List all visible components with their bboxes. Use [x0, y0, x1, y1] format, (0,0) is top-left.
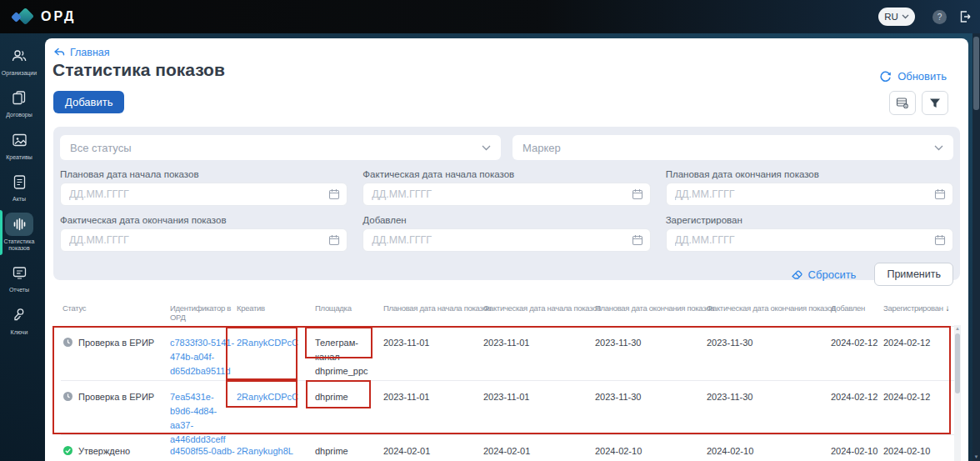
scroll-up-icon[interactable]: ▲: [954, 326, 961, 331]
statistics-table: Статус Идентификатор в ОРД Креатив Площа…: [61, 292, 955, 461]
marker-select[interactable]: Маркер: [512, 135, 953, 160]
table-row: Проверка в ЕРИР 7ea5431e-b9d6-4d84-aa37-…: [61, 380, 955, 434]
date-field-planned-end: Плановая дата окончания показов: [666, 169, 953, 206]
sidebar-item-reports[interactable]: Отчеты: [0, 257, 38, 298]
date-field-added: Добавлен: [362, 215, 650, 252]
chevron-down-icon: [934, 145, 943, 151]
registered-value: 2024-02-12: [883, 390, 955, 404]
column-header-planned-start[interactable]: Плановая дата начала показов: [383, 303, 482, 313]
refresh-label: Обновить: [898, 70, 947, 83]
report-icon: [12, 265, 28, 280]
column-settings-button[interactable]: [889, 91, 916, 115]
clock-pending-icon: [62, 391, 73, 402]
column-header-creative[interactable]: Креатив: [237, 303, 312, 313]
calendar-icon[interactable]: [632, 188, 643, 200]
column-header-actual-end[interactable]: Фактическая дата окончания показов: [707, 303, 829, 313]
creative-link[interactable]: 2Ranykugh8L: [237, 444, 293, 458]
key-icon: [12, 307, 27, 323]
logout-icon[interactable]: [958, 9, 972, 24]
date-field-actual-end: Фактическая дата окончания показов: [60, 215, 348, 252]
marker-select-value: Маркер: [522, 142, 561, 154]
status-select-value: Все статусы: [70, 142, 132, 154]
clock-pending-icon: [62, 337, 73, 348]
calendar-icon[interactable]: [934, 188, 946, 200]
sidebar-item-label: Статистика показов: [0, 238, 38, 253]
calendar-icon[interactable]: [328, 234, 340, 246]
sidebar-item-label: Договоры: [0, 112, 38, 118]
reset-button[interactable]: Сбросить: [791, 268, 857, 281]
sidebar: Организации Договоры Креативы Акты Стати…: [0, 33, 38, 461]
page-scrollbar-thumb[interactable]: [973, 37, 979, 110]
ord-id-link[interactable]: c7833f30-5141-474b-a04f-d65d2ba9511d: [170, 336, 235, 378]
pages-icon: [12, 90, 27, 106]
table-row: Проверка в ЕРИР c7833f30-5141-474b-a04f-…: [61, 326, 955, 380]
filter-button[interactable]: [922, 91, 948, 115]
equalizer-icon: [12, 217, 28, 232]
people-icon: [11, 48, 28, 63]
sidebar-item-contracts[interactable]: Договоры: [0, 82, 38, 123]
planned-start-value: 2023-11-01: [383, 390, 482, 404]
refresh-button[interactable]: Обновить: [879, 70, 947, 83]
column-header-registered[interactable]: Зарегистрирован↓: [883, 303, 955, 313]
creative-link[interactable]: 2RanykCDPcC: [237, 336, 298, 350]
sort-descending-icon: ↓: [946, 303, 950, 313]
date-field-planned-start: Плановая дата начала показов: [60, 169, 348, 206]
actual-start-input[interactable]: [362, 183, 650, 206]
status-select[interactable]: Все статусы: [60, 135, 501, 160]
refresh-icon: [879, 70, 892, 83]
column-header-status[interactable]: Статус: [62, 303, 168, 313]
date-field-label: Плановая дата начала показов: [60, 169, 348, 179]
sidebar-item-creatives[interactable]: Креативы: [0, 124, 38, 166]
chevron-down-icon: [902, 14, 909, 19]
planned-end-value: 2023-11-30: [595, 336, 705, 350]
sidebar-item-label: Акты: [0, 196, 38, 203]
page-title: Статистика показов: [52, 60, 225, 80]
creative-link[interactable]: 2RanykCDPcC: [237, 390, 298, 404]
registered-input[interactable]: [666, 228, 953, 252]
table-scrollbar-thumb[interactable]: [955, 333, 960, 393]
language-selector[interactable]: RU: [878, 8, 915, 26]
document-icon: [12, 174, 27, 190]
table-settings-icon: [896, 97, 909, 109]
column-header-planned-end[interactable]: Плановая дата окончания показов: [595, 303, 705, 313]
status-label: Проверка в ЕРИР: [78, 336, 154, 350]
add-button[interactable]: Добавить: [53, 91, 124, 113]
ord-logo-icon: [12, 6, 33, 28]
topbar: ОРД RU ?: [0, 0, 980, 33]
planned-end-input[interactable]: [666, 183, 953, 206]
column-header-actual-start[interactable]: Фактическая дата начала показов: [483, 303, 593, 313]
planned-start-input[interactable]: [60, 183, 348, 206]
registered-value: 2024-02-12: [883, 336, 955, 350]
column-header-ord-id[interactable]: Идентификатор в ОРД: [170, 303, 241, 322]
calendar-icon[interactable]: [632, 234, 643, 246]
planned-start-value: 2024-02-01: [383, 444, 482, 458]
added-input[interactable]: [362, 228, 650, 252]
platform-value: Телеграм-канал dhprime_ppc: [315, 336, 382, 378]
sidebar-item-label: Креативы: [0, 154, 38, 161]
back-arrow-icon: [53, 48, 65, 58]
date-field-label: Фактическая дата окончания показов: [60, 215, 348, 225]
table-header: Статус Идентификатор в ОРД Креатив Площа…: [61, 292, 955, 326]
platform-value: dhprime: [315, 444, 382, 458]
table-row: Утверждено d4508f55-0adb-4dc8-90b7 2Rany…: [61, 434, 955, 461]
calendar-icon[interactable]: [934, 234, 946, 246]
scroll-down-icon[interactable]: ▼: [972, 454, 980, 459]
sidebar-item-keys[interactable]: Ключи: [0, 299, 38, 341]
actual-end-input[interactable]: [60, 228, 348, 252]
sidebar-item-label: Отчеты: [0, 287, 38, 293]
content-card: Главная Статистика показов Обновить Доба…: [45, 38, 968, 461]
actual-start-value: 2023-11-01: [483, 390, 593, 404]
date-field-label: Фактическая дата начала показов: [362, 169, 650, 179]
sidebar-item-statistics[interactable]: Статистика показов: [0, 208, 38, 258]
help-button[interactable]: ?: [932, 10, 947, 24]
breadcrumb-label: Главная: [70, 47, 110, 58]
ord-id-link[interactable]: d4508f55-0adb-4dc8-90b7: [170, 444, 235, 461]
column-header-added[interactable]: Добавлен: [831, 303, 882, 313]
sidebar-item-acts[interactable]: Акты: [0, 166, 38, 208]
added-value: 2024-02-12: [831, 390, 882, 404]
breadcrumb[interactable]: Главная: [53, 47, 110, 58]
sidebar-item-organizations[interactable]: Организации: [0, 40, 38, 82]
apply-button[interactable]: Применить: [874, 263, 953, 286]
column-header-platform[interactable]: Площадка: [315, 303, 382, 313]
calendar-icon[interactable]: [328, 188, 340, 200]
